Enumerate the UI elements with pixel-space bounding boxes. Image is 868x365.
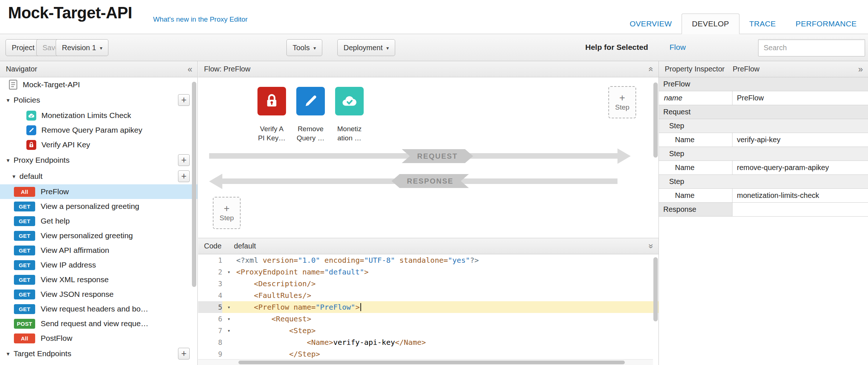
nav-flow-item[interactable]: POST Send request and view reque… [0, 316, 197, 331]
code-vscrollbar[interactable] [653, 257, 658, 321]
project-menu-label: Project [12, 44, 34, 52]
code-hscrollbar-track[interactable] [198, 359, 653, 365]
collapse-left-icon[interactable]: « [188, 65, 192, 73]
step-label: Step [659, 147, 868, 161]
code-line[interactable]: 4 <FaultRules/> [198, 290, 659, 301]
caret-down-icon[interactable]: ▾ [12, 173, 15, 180]
code-text: <Name>verify-api-key</Name> [235, 336, 426, 348]
nav-flow-item[interactable]: GET View request headers and bo… [0, 302, 197, 316]
inspector-response-row: Response [659, 203, 868, 217]
flow-scrollbar[interactable] [653, 82, 658, 158]
policy-label: Monetiz ation … [329, 124, 370, 143]
code-line[interactable]: 2▾<ProxyEndpoint name="default"> [198, 266, 659, 278]
nav-flow-item[interactable]: GET View JSON response [0, 287, 197, 302]
property-value[interactable]: verify-api-key [732, 133, 868, 147]
caret-down-icon[interactable]: ▾ [7, 350, 10, 357]
nav-flow-preflow[interactable]: All PreFlow [0, 184, 197, 199]
nav-flow-item[interactable]: GET View personalized greeting [0, 228, 197, 243]
caret-down-icon[interactable]: ▾ [7, 157, 10, 164]
method-badge: GET [14, 231, 35, 241]
add-flow-button[interactable]: + [178, 170, 190, 182]
code-line[interactable]: 7▾ <Step> [198, 325, 659, 336]
fold-arrow-icon[interactable]: ▾ [222, 325, 235, 336]
nav-section-proxy-endpoints[interactable]: ▾ Proxy Endpoints + [0, 152, 197, 168]
add-policy-button[interactable]: + [178, 94, 190, 106]
nav-flow-postflow[interactable]: All PostFlow [0, 331, 197, 346]
nav-item-policy-verify-api-key[interactable]: Verify API Key [0, 137, 197, 152]
property-value[interactable] [732, 203, 868, 216]
chevron-down-icon: ▾ [314, 45, 316, 51]
inspector-section-row: Request [659, 105, 868, 119]
line-number: 3 [198, 278, 222, 290]
code-line[interactable]: 6▾ <Request> [198, 313, 659, 325]
nav-section-policies[interactable]: ▾ Policies + [0, 92, 197, 108]
fold-arrow-icon[interactable]: ▾ [222, 301, 235, 313]
navigator-header: Navigator « [0, 61, 197, 77]
nav-item-label: Get help [41, 217, 70, 225]
code-line[interactable]: 9 </Step> [198, 348, 659, 360]
tab-performance[interactable]: PERFORMANCE [786, 14, 867, 34]
line-number: 5 [198, 301, 222, 313]
property-value[interactable]: monetization-limits-check [732, 189, 868, 202]
add-target-endpoint-button[interactable]: + [178, 348, 190, 360]
expand-down-icon[interactable]: » [647, 244, 655, 248]
fold-arrow-icon[interactable]: ▾ [222, 266, 235, 278]
nav-item-proxy-root[interactable]: Mock-Target-API [0, 77, 197, 92]
help-flow-link[interactable]: Flow [669, 43, 686, 52]
flow-policy-verify-api-key[interactable] [257, 87, 286, 115]
flow-title: Flow: PreFlow [204, 65, 251, 73]
collapse-right-icon[interactable]: » [858, 65, 863, 73]
nav-item-policy-remove-query-param[interactable]: Remove Query Param apikey [0, 123, 197, 137]
method-badge: GET [14, 304, 35, 314]
method-badge: GET [14, 260, 35, 270]
method-badge: GET [14, 246, 35, 255]
whats-new-link[interactable]: What's new in the Proxy Editor [153, 15, 248, 23]
tools-menu-button[interactable]: Tools ▾ [286, 39, 322, 56]
property-value[interactable]: PreFlow [732, 91, 868, 105]
tab-overview[interactable]: OVERVIEW [620, 14, 682, 34]
revision-menu-button[interactable]: Revision 1 ▾ [56, 39, 108, 56]
add-proxy-endpoint-button[interactable]: + [178, 154, 190, 166]
line-number: 2 [198, 266, 222, 278]
nav-flow-item[interactable]: GET View IP address [0, 258, 197, 272]
fold-spacer [222, 278, 235, 290]
collapse-up-icon[interactable]: « [647, 67, 655, 71]
nav-section-target-endpoints[interactable]: ▾ Target Endpoints + [0, 346, 197, 362]
nav-flow-item[interactable]: GET Get help [0, 214, 197, 228]
add-step-button-request[interactable]: + Step [608, 86, 636, 118]
code-text: <?xml version="1.0" encoding="UTF-8" sta… [235, 254, 479, 266]
flow-policy-remove-query-param[interactable] [296, 87, 325, 115]
navigator-scrollbar[interactable] [192, 82, 196, 287]
property-value[interactable]: remove-query-param-apikey [732, 161, 868, 174]
tab-trace[interactable]: TRACE [739, 14, 786, 34]
fold-arrow-icon[interactable]: ▾ [222, 313, 235, 325]
inspector-property-row: Name monetization-limits-check [659, 189, 868, 203]
flow-policy-monetization[interactable] [335, 87, 364, 115]
nav-flow-item[interactable]: GET View XML response [0, 272, 197, 287]
inspector-step-row: Step [659, 119, 868, 133]
code-line[interactable]: 3 <Description/> [198, 278, 659, 290]
step-label: Step [659, 175, 868, 188]
inspector-section-row: PreFlow [659, 77, 868, 91]
search-input[interactable] [758, 39, 865, 56]
tab-develop[interactable]: DEVELOP [682, 14, 739, 34]
nav-flow-item[interactable]: GET View API affirmation [0, 243, 197, 258]
code-editor[interactable]: 1<?xml version="1.0" encoding="UTF-8" st… [198, 254, 659, 365]
code-line[interactable]: 5▾ <PreFlow name="PreFlow"> [198, 301, 659, 313]
add-step-button-response[interactable]: + Step [213, 197, 241, 229]
code-hscrollbar-thumb[interactable] [238, 361, 625, 364]
code-line[interactable]: 8 <Name>verify-api-key</Name> [198, 336, 659, 348]
caret-down-icon[interactable]: ▾ [7, 97, 10, 104]
nav-flow-item[interactable]: GET View a personalized greeting [0, 199, 197, 214]
code-text: <Description/> [235, 278, 316, 290]
nav-item-policy-monetization[interactable]: Monetization Limits Check [0, 108, 197, 123]
code-line[interactable]: 1<?xml version="1.0" encoding="UTF-8" st… [198, 254, 659, 266]
code-header: Code default » [198, 238, 659, 254]
navigator-panel: Navigator « Mock-Target-API ▾ Policies +… [0, 61, 198, 365]
request-label: REQUEST [402, 149, 473, 163]
nav-item-label: PostFlow [41, 334, 72, 343]
nav-item-default-endpoint[interactable]: ▾ default + [0, 168, 197, 184]
nav-item-label: View JSON response [41, 290, 114, 299]
navigator-tree: Mock-Target-API ▾ Policies + Monetizatio… [0, 77, 197, 365]
deployment-menu-button[interactable]: Deployment ▾ [337, 39, 395, 56]
